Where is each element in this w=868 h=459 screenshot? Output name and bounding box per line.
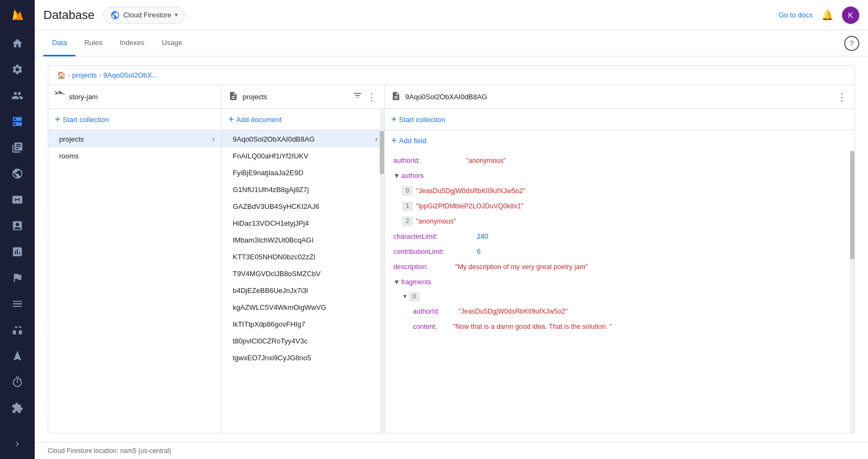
start-subcollection-btn[interactable]: + Start collection: [385, 109, 854, 130]
collection-item-projects[interactable]: projects ›: [48, 130, 221, 148]
doc-item-8[interactable]: T9V4MGVDclJB8oSMZCbV: [222, 265, 384, 282]
firebase-logo[interactable]: [0, 0, 35, 30]
sidebar-item-performance[interactable]: [0, 369, 35, 395]
panels: story-jam + Start collection projects › …: [48, 85, 854, 433]
doc-item-3[interactable]: G1NfU1Ulh4zB8gAj8Z7j: [222, 181, 384, 198]
field-authors-2: 2 "anonymous": [385, 214, 854, 229]
tab-data[interactable]: Data: [43, 30, 75, 56]
doc-item-0[interactable]: 9Aqo0Sol2ObXAI0dB8AG ›: [222, 130, 384, 148]
breadcrumb-projects[interactable]: projects: [72, 71, 97, 79]
start-collection-label: Start collection: [63, 116, 109, 124]
sidebar-item-ml[interactable]: [0, 213, 35, 239]
field-key-frag-content: content:: [413, 321, 451, 332]
field-value-authors-0: "JeasDu5DgjW0dsRbKlI9ufXJw5o2": [416, 186, 525, 196]
doc-item-13[interactable]: tgwxEO7Jnxi9CyJG8no5: [222, 349, 384, 366]
doc-item-7[interactable]: KTT3E05NHDN0bzc02zZI: [222, 248, 384, 265]
doc-item-6[interactable]: IMbam3IchW2Ut0BcqAGI: [222, 232, 384, 248]
doc-scrollbar-thumb[interactable]: [380, 131, 384, 174]
add-field-btn[interactable]: + Add field: [385, 130, 854, 151]
field-key-contributionLimit: contributionLimit:: [393, 246, 475, 257]
help-icon[interactable]: ?: [844, 36, 859, 51]
doc-id-13: tgwxEO7Jnxi9CyJG8no5: [228, 354, 311, 362]
chevron-right-icon: ›: [212, 135, 215, 143]
tab-usage[interactable]: Usage: [153, 30, 191, 56]
sidebar-item-analytics[interactable]: [0, 239, 35, 265]
tab-indexes[interactable]: Indexes: [111, 30, 154, 56]
status-bar: Cloud Firestore location: nam5 (us-centr…: [35, 442, 868, 459]
breadcrumb-sep-2: ›: [99, 72, 101, 79]
doc-id-11: lkTtTtpXdp86govFHIg7: [228, 320, 305, 328]
field-key-authors: authors: [401, 170, 424, 181]
sidebar-item-remote-config[interactable]: [0, 291, 35, 317]
field-fragments-0: ▼ 0: [385, 290, 854, 304]
field-value-frag-content: "Now that is a damn good idea. That is t…: [453, 321, 612, 332]
doc-item-12[interactable]: t80pvlCl0CZRoTyy4V3c: [222, 333, 384, 349]
doc-fields-scrollbar-thumb[interactable]: [850, 151, 854, 259]
collection-name-rooms: rooms: [55, 152, 79, 160]
sidebar-item-flags[interactable]: [0, 265, 35, 291]
cloud-firestore-selector[interactable]: Cloud Firestore ▾: [103, 7, 185, 24]
collections-panel: story-jam + Start collection projects › …: [48, 85, 222, 433]
more-vert-icon[interactable]: ⋮: [366, 90, 378, 104]
collections-list: projects › rooms: [48, 130, 221, 433]
field-key-frag-authorId: authorId:: [413, 306, 456, 317]
sidebar-item-api[interactable]: [0, 187, 35, 213]
sidebar-item-hosting[interactable]: [0, 161, 35, 187]
doc-item-4[interactable]: GAZBdV3UB4SyHCKI2AJ6: [222, 198, 384, 215]
collapse-frag0-icon[interactable]: ▼: [402, 292, 408, 302]
doc-id-8: T9V4MGVDclJB8oSMZCbV: [228, 270, 321, 278]
array-index-0: 0: [402, 186, 413, 196]
doc-id-4: GAZBdV3UB4SyHCKI2AJ6: [228, 202, 320, 211]
array-index-frag0: 0: [409, 292, 420, 302]
topbar: Database Cloud Firestore ▾ Go to docs 🔔 …: [35, 0, 868, 30]
start-collection-btn[interactable]: + Start collection: [48, 109, 221, 130]
field-key-description: description:: [393, 262, 453, 272]
collapse-authors-icon[interactable]: ▼: [393, 170, 400, 181]
documents-panel-actions: ⋮: [352, 90, 378, 104]
sidebar-item-database[interactable]: [0, 109, 35, 135]
add-document-btn[interactable]: + Add document: [222, 109, 384, 130]
doc-item-10[interactable]: kgAZWLC5V4WkmOigWwVG: [222, 299, 384, 316]
doc-panel-actions: ⋮: [836, 90, 848, 104]
field-fragments-parent: ▼ fragments: [385, 275, 854, 290]
filter-icon[interactable]: [352, 90, 363, 104]
sidebar-bottom: [0, 433, 35, 459]
collection-item-rooms[interactable]: rooms: [48, 148, 221, 164]
notification-bell-icon[interactable]: 🔔: [821, 9, 833, 21]
documents-panel-header: projects ⋮: [222, 85, 384, 109]
documents-list: 9Aqo0Sol2ObXAI0dB8AG › FnAILQ00aHf1iYf2I…: [222, 130, 384, 433]
field-value-description: "My description of my very great poetry …: [455, 262, 588, 272]
doc-item-9[interactable]: b4DjEZeBB6UeJnJx7i3l: [222, 282, 384, 299]
array-index-2: 2: [402, 216, 413, 226]
breadcrumb-home-icon[interactable]: 🏠: [57, 71, 66, 79]
sidebar-item-users[interactable]: [0, 82, 35, 109]
sidebar-item-storage[interactable]: [0, 135, 35, 161]
avatar[interactable]: K: [842, 7, 859, 24]
field-value-contributionLimit: 6: [477, 246, 481, 257]
sidebar: [0, 0, 35, 459]
documents-panel: projects ⋮ + Add document: [222, 85, 385, 433]
doc-item-1[interactable]: FnAILQ00aHf1iYf2IUKV: [222, 148, 384, 164]
page-title: Database: [43, 8, 94, 22]
collapse-fragments-icon[interactable]: ▼: [393, 277, 400, 288]
field-value-authors-1: "lppGi2PfDMbieP2LOJDuVQ0kitx1": [416, 201, 524, 212]
sidebar-expand-btn[interactable]: [0, 433, 35, 455]
collections-panel-title: story-jam: [69, 93, 215, 101]
doc-more-vert-icon[interactable]: ⋮: [836, 90, 848, 104]
tab-rules[interactable]: Rules: [75, 30, 111, 56]
breadcrumb-doc-id[interactable]: 9Aqo0Sol2ObX...: [104, 71, 158, 79]
doc-item-2[interactable]: FyiBjE9natjIaaJa2E9D: [222, 164, 384, 181]
field-contributionLimit: contributionLimit: 6: [385, 244, 854, 259]
doc-item-11[interactable]: lkTtTtpXdp86govFHIg7: [222, 316, 384, 333]
doc-fields-header: 9Aqo0Sol2ObXAI0dB8AG ⋮: [385, 85, 854, 109]
doc-item-5[interactable]: HiDac13VOCH1etyjJPj4: [222, 215, 384, 232]
sidebar-item-extensions[interactable]: [0, 395, 35, 421]
sidebar-item-settings[interactable]: [0, 56, 35, 82]
doc-id-10: kgAZWLC5V4WkmOigWwVG: [228, 303, 327, 311]
sidebar-item-ab-testing[interactable]: [0, 317, 35, 343]
doc-id-3: G1NfU1Ulh4zB8gAj8Z7j: [228, 186, 309, 194]
sidebar-item-home[interactable]: [0, 30, 35, 56]
field-key-authorId: authorId:: [393, 155, 464, 166]
sidebar-item-crashlytics[interactable]: [0, 343, 35, 369]
go-to-docs-link[interactable]: Go to docs: [778, 11, 813, 19]
